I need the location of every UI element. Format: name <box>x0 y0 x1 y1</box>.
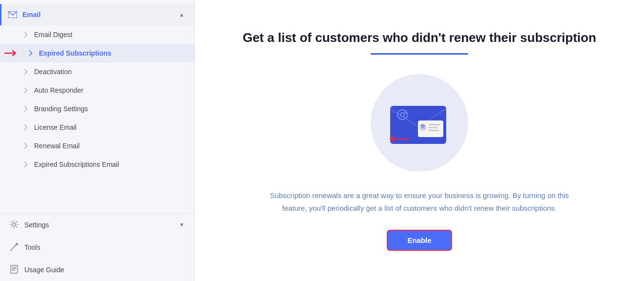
chevron-icon-2 <box>27 50 34 57</box>
usage-guide-icon <box>10 265 19 275</box>
svg-rect-9 <box>428 130 439 131</box>
email-nav-label: Email <box>22 11 179 19</box>
expired-subscriptions-email-label: Expired Subscriptions Email <box>34 161 119 168</box>
settings-chevron-icon: ▼ <box>179 221 185 228</box>
settings-label: Settings <box>24 221 49 229</box>
sidebar-item-email[interactable]: Email ▲ <box>0 4 194 25</box>
email-expand-icon: ▲ <box>179 11 185 18</box>
sidebar: Email ▲ Email Digest Expired Sub <box>0 0 195 281</box>
email-icon <box>8 10 18 20</box>
email-digest-label: Email Digest <box>34 31 73 39</box>
sidebar-item-license-email[interactable]: License Email <box>0 118 194 137</box>
tools-icon <box>10 242 19 252</box>
main-content: Get a list of customers who didn't renew… <box>195 0 644 281</box>
sidebar-item-branding-settings[interactable]: Branding Settings <box>0 100 194 118</box>
svg-rect-8 <box>428 127 438 128</box>
chevron-icon-5 <box>22 105 29 112</box>
illustration-container <box>371 74 468 172</box>
chevron-icon <box>22 31 29 38</box>
chevron-icon-4 <box>22 87 29 94</box>
sidebar-bottom: Settings ▼ Tools Usage Guide <box>0 213 194 281</box>
svg-point-6 <box>421 124 425 128</box>
sidebar-item-renewal-email[interactable]: Renewal Email <box>0 137 194 155</box>
description-text: Subscription renewals are a great way to… <box>268 189 570 214</box>
chevron-icon-3 <box>22 68 29 75</box>
chevron-icon-8 <box>22 161 29 168</box>
usage-guide-label: Usage Guide <box>24 266 64 274</box>
settings-icon <box>10 220 19 230</box>
sidebar-item-settings[interactable]: Settings ▼ <box>0 214 194 236</box>
red-arrow-icon <box>4 49 19 58</box>
sidebar-item-usage-guide[interactable]: Usage Guide <box>0 259 194 281</box>
enable-button[interactable]: Enable <box>387 230 452 251</box>
license-email-label: License Email <box>34 123 76 131</box>
branding-settings-label: Branding Settings <box>34 105 88 113</box>
sidebar-item-expired-subscriptions[interactable]: Expired Subscriptions <box>0 44 194 62</box>
sidebar-item-deactivation[interactable]: Deactivation <box>0 62 194 81</box>
svg-rect-2 <box>11 265 18 273</box>
tools-label: Tools <box>24 243 40 251</box>
chevron-icon-6 <box>22 124 29 131</box>
deactivation-label: Deactivation <box>34 68 72 76</box>
sidebar-item-email-digest[interactable]: Email Digest <box>0 25 194 44</box>
svg-rect-7 <box>428 124 440 125</box>
renewal-email-label: Renewal Email <box>34 142 79 150</box>
title-underline <box>371 53 468 55</box>
sidebar-item-expired-subscriptions-email[interactable]: Expired Subscriptions Email <box>0 155 194 174</box>
auto-responder-label: Auto Responder <box>34 86 83 94</box>
expired-subscriptions-label: Expired Subscriptions <box>39 49 112 57</box>
page-title: Get a list of customers who didn't renew… <box>243 30 596 45</box>
sidebar-item-tools[interactable]: Tools <box>0 236 194 259</box>
email-sub-items: Email Digest Expired Subscriptions Deact… <box>0 25 194 174</box>
svg-point-1 <box>13 223 16 226</box>
email-illustration <box>383 96 456 150</box>
chevron-icon-7 <box>22 142 29 149</box>
sidebar-item-auto-responder[interactable]: Auto Responder <box>0 81 194 100</box>
